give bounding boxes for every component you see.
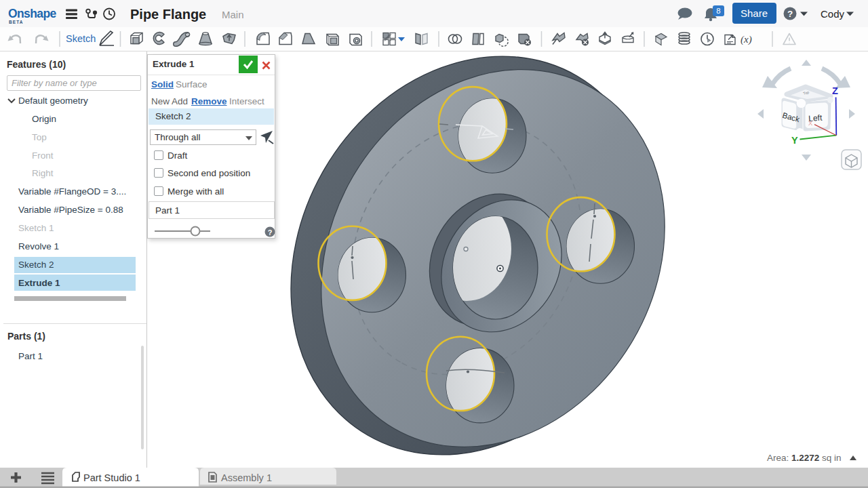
svg-text:(x): (x)	[741, 34, 752, 45]
svg-text:?: ?	[268, 228, 273, 237]
svg-text:Z: Z	[832, 85, 838, 96]
svg-text:Sketch: Sketch	[66, 33, 96, 44]
svg-text:Part Studio 1: Part Studio 1	[83, 472, 140, 483]
svg-text:Assembly 1: Assembly 1	[221, 472, 272, 483]
svg-text:Y: Y	[791, 135, 798, 146]
svg-text:Left: Left	[808, 113, 823, 123]
